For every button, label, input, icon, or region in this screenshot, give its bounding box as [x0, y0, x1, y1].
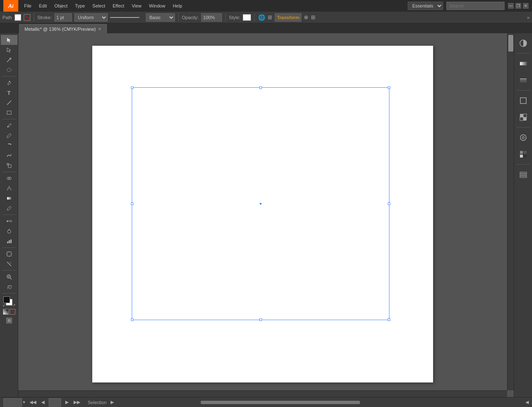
line-tool[interactable]: [1, 98, 17, 108]
horizontal-scroll-thumb[interactable]: [201, 401, 360, 404]
nav-last-button[interactable]: ▶▶: [73, 400, 81, 405]
zoom-tool[interactable]: [1, 272, 17, 282]
radial-panel-icon[interactable]: [516, 130, 531, 145]
transform-button[interactable]: Transform: [275, 13, 301, 22]
gradient-tool[interactable]: [1, 193, 17, 203]
distribute-icon[interactable]: ⊞: [311, 14, 315, 20]
menu-help[interactable]: Help: [170, 2, 186, 10]
slice-tool[interactable]: [1, 259, 17, 269]
handle-bottom-right[interactable]: [388, 318, 390, 321]
scale-tool[interactable]: [1, 160, 17, 170]
anchor-icon[interactable]: ⊕: [304, 14, 308, 20]
minimize-button[interactable]: —: [508, 3, 514, 9]
paintbrush-tool[interactable]: [1, 121, 17, 131]
shape-builder-tool[interactable]: [1, 173, 17, 183]
appearance-panel-icon[interactable]: [516, 93, 531, 108]
gradient-swatch[interactable]: [3, 309, 9, 315]
swatches-panel-icon[interactable]: [516, 147, 531, 162]
none-swatch[interactable]: [10, 309, 15, 315]
color-swatches[interactable]: ↙ ↗: [2, 296, 16, 307]
hand-tool[interactable]: [1, 282, 17, 292]
handle-top-right[interactable]: [388, 86, 390, 89]
search-input[interactable]: [446, 2, 505, 10]
menu-effect[interactable]: Effect: [109, 2, 128, 10]
magic-wand-tool[interactable]: [1, 55, 17, 65]
globe-icon[interactable]: 🌐: [258, 14, 265, 21]
collapse-panel-icon[interactable]: »: [527, 15, 530, 20]
svg-line-7: [7, 101, 11, 105]
vertical-scroll-thumb[interactable]: [508, 35, 513, 52]
horizontal-scrollbar[interactable]: [18, 390, 507, 397]
color-panel-icon[interactable]: [516, 36, 531, 51]
panel-separator-3: [517, 127, 530, 128]
svg-rect-19: [7, 197, 11, 200]
handle-bottom-mid[interactable]: [259, 318, 262, 321]
artboard-collapse-button[interactable]: ◀: [525, 400, 529, 405]
svg-point-23: [7, 230, 11, 233]
restore-button[interactable]: ❐: [515, 3, 521, 9]
menu-view[interactable]: View: [128, 2, 145, 10]
selection-tool[interactable]: [1, 35, 17, 45]
transparency-panel-icon[interactable]: [516, 110, 531, 125]
handle-bottom-left[interactable]: [131, 318, 133, 321]
type-tool[interactable]: T: [1, 88, 17, 98]
page-number-input[interactable]: 1: [49, 398, 61, 407]
stroke-style-dropdown[interactable]: Basic: [146, 13, 175, 22]
warp-tool[interactable]: [1, 150, 17, 160]
handle-top-mid[interactable]: [259, 86, 262, 89]
zoom-input[interactable]: 136%: [3, 398, 22, 407]
artboard-tool[interactable]: [1, 249, 17, 259]
menu-type[interactable]: Type: [72, 2, 89, 10]
lasso-tool[interactable]: [1, 65, 17, 75]
zoom-dropdown-arrow[interactable]: ▾: [23, 400, 25, 405]
blend-tool[interactable]: [1, 216, 17, 226]
rotate-tool[interactable]: [1, 141, 17, 150]
direct-selection-tool[interactable]: [1, 45, 17, 55]
status-bar: 136% ▾ ◀◀ ◀ 1 ▶ ▶▶ Selection ▶ ◀: [0, 397, 532, 407]
workspace-dropdown[interactable]: Essentials: [408, 2, 443, 10]
nav-prev-button[interactable]: ◀: [40, 400, 45, 405]
pen-tool[interactable]: [1, 78, 17, 88]
document-tab[interactable]: Metallic* @ 136% (CMYK/Preview) ✕: [19, 24, 107, 33]
svg-rect-57: [520, 172, 527, 173]
canvas-workspace[interactable]: [18, 33, 507, 390]
gradient-none-swatches[interactable]: [3, 309, 15, 315]
handle-mid-left[interactable]: [131, 202, 133, 205]
menu-file[interactable]: File: [21, 2, 35, 10]
layers-panel-icon[interactable]: [516, 167, 531, 182]
svg-point-9: [7, 126, 8, 128]
perspective-grid-tool[interactable]: [1, 183, 17, 193]
nav-first-button[interactable]: ◀◀: [29, 400, 37, 405]
nav-next-button[interactable]: ▶: [64, 400, 69, 405]
align-icon[interactable]: ⊞: [268, 14, 272, 20]
stroke-type-dropdown[interactable]: Uniform: [74, 13, 108, 22]
handle-mid-right[interactable]: [388, 202, 390, 205]
gradient-panel-icon[interactable]: [516, 56, 531, 71]
change-screen-mode[interactable]: [1, 316, 17, 326]
eyedropper-tool[interactable]: [1, 203, 17, 213]
handle-top-left[interactable]: [131, 86, 133, 89]
style-swatch[interactable]: [243, 14, 251, 21]
artboard-nav-button[interactable]: ▶: [110, 400, 115, 405]
menu-select[interactable]: Select: [89, 2, 108, 10]
svg-rect-54: [524, 151, 527, 154]
stroke-value-input[interactable]: [54, 13, 72, 22]
svg-rect-47: [523, 117, 527, 121]
panel-separator-1: [517, 53, 530, 54]
horizontal-scroll-area[interactable]: [121, 400, 519, 405]
fill-swatch[interactable]: [15, 14, 21, 21]
column-graph-tool[interactable]: [1, 236, 17, 246]
menu-object[interactable]: Object: [51, 2, 71, 10]
canvas-area: [18, 33, 514, 397]
stroke-swatch[interactable]: [24, 14, 30, 21]
close-button[interactable]: ✕: [523, 3, 529, 9]
vertical-scrollbar[interactable]: [507, 33, 514, 390]
rectangle-tool[interactable]: [1, 108, 17, 118]
pencil-tool[interactable]: [1, 131, 17, 141]
stroke-panel-icon[interactable]: [516, 73, 531, 88]
tab-close-button[interactable]: ✕: [98, 27, 101, 31]
symbol-sprayer-tool[interactable]: [1, 226, 17, 236]
opacity-input[interactable]: [201, 13, 222, 22]
menu-window[interactable]: Window: [146, 2, 169, 10]
menu-edit[interactable]: Edit: [36, 2, 50, 10]
